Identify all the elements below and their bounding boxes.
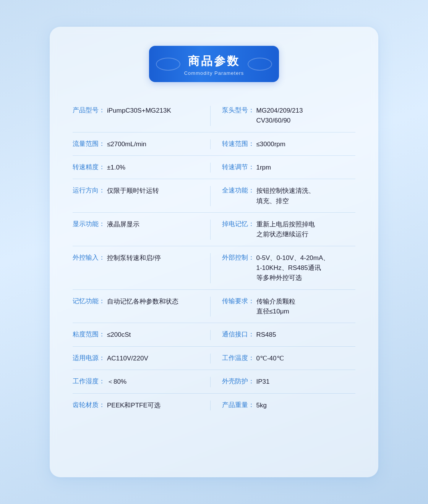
param-value: 液晶屏显示	[107, 220, 206, 229]
param-value: 5kg	[256, 401, 356, 410]
param-right-cell: 产品重量：5kg	[214, 401, 356, 410]
param-label: 齿轮材质：	[73, 401, 107, 409]
vertical-divider	[210, 297, 211, 317]
param-value: 仅限于顺时针运转	[107, 186, 206, 196]
param-label: 产品型号：	[73, 106, 107, 115]
param-label: 掉电记忆：	[222, 220, 256, 228]
param-value: ≤200cSt	[107, 330, 206, 340]
param-label: 泵头型号：	[222, 106, 256, 115]
vertical-divider	[210, 186, 211, 206]
param-label: 工作温度：	[222, 354, 256, 362]
param-value: MG204/209/213 CV30/60/90	[256, 106, 356, 126]
param-value: ＜80%	[107, 377, 206, 387]
param-label: 通信接口：	[222, 330, 256, 339]
param-value: 传输介质颗粒 直径≤10μm	[256, 297, 356, 317]
table-row: 流量范围：≤2700mL/min转速范围：≤3000rpm	[73, 132, 355, 156]
param-left-cell: 转速精度：±1.0%	[73, 163, 206, 173]
title-banner: 商品参数 Commodity Parameters	[149, 46, 279, 82]
param-right-cell: 外壳防护：IP31	[214, 377, 356, 387]
param-right-cell: 转速调节：1rpm	[214, 163, 356, 173]
param-right-cell: 泵头型号：MG204/209/213 CV30/60/90	[214, 106, 356, 126]
param-right-cell: 掉电记忆：重新上电后按照掉电 之前状态继续运行	[214, 220, 356, 240]
table-row: 记忆功能：自动记忆各种参数和状态传输要求：传输介质颗粒 直径≤10μm	[73, 290, 355, 323]
param-value: 0-5V、0-10V、4-20mA、 1-10KHz、RS485通讯 等多种外控…	[256, 253, 356, 283]
param-value: ±1.0%	[107, 163, 206, 173]
param-value: 按钮控制快速清洗、 填充、排空	[256, 186, 356, 206]
param-label: 传输要求：	[222, 297, 256, 305]
param-left-cell: 外控输入：控制泵转速和启/停	[73, 253, 206, 263]
param-left-cell: 粘度范围：≤200cSt	[73, 330, 206, 340]
param-right-cell: 转速范围：≤3000rpm	[214, 139, 356, 149]
param-label: 转速精度：	[73, 163, 107, 171]
param-value: ≤2700mL/min	[107, 139, 206, 149]
param-value: 0℃-40℃	[256, 354, 356, 363]
params-table: 产品型号：iPumpC30S+MG213K泵头型号：MG204/209/213 …	[73, 99, 355, 417]
param-value: RS485	[256, 330, 356, 340]
param-left-cell: 适用电源：AC110V/220V	[73, 354, 206, 363]
param-value: 自动记忆各种参数和状态	[107, 297, 206, 307]
title-en: Commodity Parameters	[180, 70, 248, 76]
param-left-cell: 记忆功能：自动记忆各种参数和状态	[73, 297, 206, 307]
param-left-cell: 产品型号：iPumpC30S+MG213K	[73, 106, 206, 116]
param-value: 控制泵转速和启/停	[107, 253, 206, 263]
param-label: 记忆功能：	[73, 297, 107, 305]
param-label: 外壳防护：	[222, 377, 256, 386]
param-label: 粘度范围：	[73, 330, 107, 339]
vertical-divider	[210, 377, 211, 387]
param-label: 全速功能：	[222, 186, 256, 195]
table-row: 适用电源：AC110V/220V工作温度：0℃-40℃	[73, 347, 355, 370]
param-value: IP31	[256, 377, 356, 387]
param-label: 转速调节：	[222, 163, 256, 171]
param-left-cell: 齿轮材质：PEEK和PTFE可选	[73, 401, 206, 410]
param-label: 产品重量：	[222, 401, 256, 409]
param-label: 工作湿度：	[73, 377, 107, 386]
param-label: 外部控制：	[222, 253, 256, 262]
vertical-divider	[210, 139, 211, 149]
param-left-cell: 流量范围：≤2700mL/min	[73, 139, 206, 149]
param-label: 转速范围：	[222, 139, 256, 148]
main-card: 商品参数 Commodity Parameters 产品型号：iPumpC30S…	[50, 27, 378, 477]
param-left-cell: 运行方向：仅限于顺时针运转	[73, 186, 206, 196]
table-row: 运行方向：仅限于顺时针运转全速功能：按钮控制快速清洗、 填充、排空	[73, 179, 355, 213]
param-value: PEEK和PTFE可选	[107, 401, 206, 410]
param-label: 外控输入：	[73, 253, 107, 262]
param-label: 适用电源：	[73, 354, 107, 362]
title-cn: 商品参数	[180, 53, 248, 69]
vertical-divider	[210, 220, 211, 240]
param-value: ≤3000rpm	[256, 139, 356, 149]
param-label: 流量范围：	[73, 139, 107, 148]
param-label: 显示功能：	[73, 220, 107, 228]
table-row: 工作湿度：＜80%外壳防护：IP31	[73, 370, 355, 393]
param-left-cell: 显示功能：液晶屏显示	[73, 220, 206, 229]
vertical-divider	[210, 354, 211, 363]
param-label: 运行方向：	[73, 186, 107, 195]
table-row: 显示功能：液晶屏显示掉电记忆：重新上电后按照掉电 之前状态继续运行	[73, 213, 355, 246]
param-value: iPumpC30S+MG213K	[107, 106, 206, 116]
table-row: 转速精度：±1.0%转速调节：1rpm	[73, 156, 355, 179]
param-left-cell: 工作湿度：＜80%	[73, 377, 206, 387]
param-value: 重新上电后按照掉电 之前状态继续运行	[256, 220, 356, 240]
vertical-divider	[210, 253, 211, 283]
param-right-cell: 工作温度：0℃-40℃	[214, 354, 356, 363]
vertical-divider	[210, 163, 211, 173]
vertical-divider	[210, 401, 211, 410]
vertical-divider	[210, 330, 211, 340]
param-right-cell: 通信接口：RS485	[214, 330, 356, 340]
param-right-cell: 传输要求：传输介质颗粒 直径≤10μm	[214, 297, 356, 317]
vertical-divider	[210, 106, 211, 126]
table-row: 粘度范围：≤200cSt通信接口：RS485	[73, 323, 355, 346]
param-value: 1rpm	[256, 163, 356, 173]
param-right-cell: 外部控制：0-5V、0-10V、4-20mA、 1-10KHz、RS485通讯 …	[214, 253, 356, 283]
table-row: 外控输入：控制泵转速和启/停外部控制：0-5V、0-10V、4-20mA、 1-…	[73, 246, 355, 290]
param-right-cell: 全速功能：按钮控制快速清洗、 填充、排空	[214, 186, 356, 206]
table-row: 产品型号：iPumpC30S+MG213K泵头型号：MG204/209/213 …	[73, 99, 355, 132]
param-value: AC110V/220V	[107, 354, 206, 363]
table-row: 齿轮材质：PEEK和PTFE可选产品重量：5kg	[73, 394, 355, 417]
